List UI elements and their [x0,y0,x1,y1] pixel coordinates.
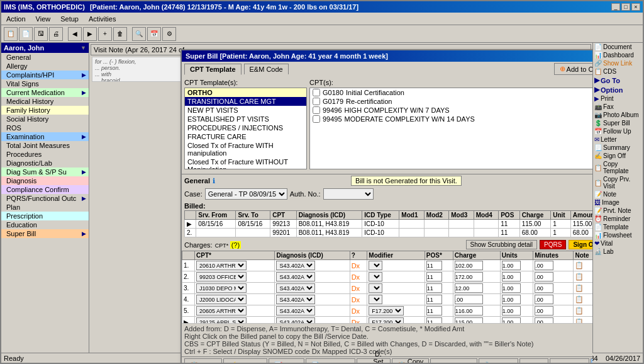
menu-setup[interactable]: Setup [58,15,81,23]
toolbar-btn-2[interactable]: 📄 [19,27,33,41]
charge-row4-cpt[interactable]: J2000 LIDOCAINE, 50cc [196,295,247,304]
charge-row3-minutes[interactable] [535,283,553,293]
rs-super-bill[interactable]: 💲Super Bill [593,119,643,127]
toolbar-btn-6[interactable]: ▶ [83,27,97,41]
charge-row3-diag[interactable]: S43.402A [276,283,315,293]
tab-cpt-template[interactable]: CPT Template [184,64,242,75]
menu-action[interactable]: Action [4,15,28,23]
sidebar-item-pqrs[interactable]: PQRS/Functional Outc▶ [1,194,89,203]
cpt-checkbox-99496[interactable] [313,106,320,114]
cpt-checkbox-g0180[interactable] [313,89,320,96]
charge-row1-cpt[interactable]: 20610 ARTHROCNTS A [196,261,247,270]
table-row[interactable]: 2. 99203 OFFICE OUTPT N S43.402A Dx [182,271,593,283]
toolbar-btn-8[interactable]: 🗑 [113,27,127,41]
tab-em-code[interactable]: E&M Code [244,64,289,74]
rs-document[interactable]: 📄Document [593,43,643,51]
charge-row2-modifier[interactable] [369,272,382,282]
toolbar-btn-4[interactable]: 🖨 [49,27,63,41]
table-row[interactable]: 4. J2000 LIDOCAINE, 50cc S43.402A Dx [182,294,593,305]
sidebar-item-allergy[interactable]: Allergy [1,62,89,71]
rs-goto[interactable]: ▶ Go To [593,76,643,85]
rs-dashboard[interactable]: 📊Dashboard [593,51,643,59]
charge-row1-pos[interactable] [426,261,442,270]
charge-row4-pos[interactable] [426,295,442,304]
macros-button[interactable]: ⚡ Macros [223,358,267,364]
set-visit-dx-button[interactable]: Dx D. Set Visit Dx [357,358,391,364]
charge-row5-charge[interactable] [455,306,483,316]
charge-row1-charge[interactable] [455,261,483,270]
template-procedures[interactable]: PROCEDURES / INJECTIONS [185,123,306,132]
rs-letter[interactable]: ✉Letter [593,135,643,144]
charge-row6-modifier[interactable]: F17.200 [369,317,404,323]
sign-off-button[interactable]: Sign Off Visit Note [569,240,592,249]
charge-row3-note-icon[interactable]: 📋 [575,284,584,292]
charge-row5-minutes[interactable] [535,306,553,316]
minimize-button[interactable]: _ [611,3,620,11]
charge-row3-dx-icon[interactable]: Dx [352,285,360,292]
table-row[interactable]: 5. 20605 ARTHROCNTS A S43.402A Dx F17.20… [182,305,593,317]
charge-row6-pos[interactable] [426,317,442,323]
template-established[interactable]: ESTABLISHED PT VISITS [185,115,306,123]
charge-row4-units[interactable] [502,295,521,304]
sidebar-item-joint-measures[interactable]: Total Joint Measures [1,141,89,150]
sidebar-item-examination[interactable]: Examination▶ [1,132,89,141]
table-row[interactable]: 1. 20610 ARTHROCNTS A S43.402A Dx [182,260,593,271]
sidebar-item-prescription[interactable]: Prescription [1,212,89,220]
charge-row3-pos[interactable] [426,283,442,293]
close-button[interactable]: × [631,3,640,11]
charge-row6-units[interactable] [502,317,521,323]
rs-follow-up[interactable]: 📅Follow Up [593,127,643,135]
toolbar-btn-1[interactable]: 📋 [4,27,18,41]
sidebar-item-diagnostic[interactable]: Diagnostic/Lab [1,159,89,168]
charge-row2-units[interactable] [502,272,521,282]
template-button[interactable]: 📄 Template [306,358,355,364]
rs-copy-template[interactable]: 📋Copy Template [593,160,643,175]
charge-row5-note-icon[interactable]: 📋 [575,307,584,314]
rs-reminder[interactable]: ⏰Reminder [593,215,643,223]
sidebar-item-complaints[interactable]: Complaints/HPI▶ [1,71,89,79]
charge-row1-modifier[interactable] [369,261,382,270]
toolbar-btn-5[interactable]: ◀ [68,27,82,41]
rs-fax[interactable]: 📠Fax [593,103,643,111]
sidebar-item-social[interactable]: Social History [1,115,89,123]
template-closed-with[interactable]: Closed Tx of Fracture WITH manipulation [185,141,306,157]
rs-print[interactable]: ▶Print [593,94,643,103]
add-button[interactable]: + Add [519,358,548,364]
menu-activities[interactable]: Activities [86,15,118,23]
charge-row2-pos[interactable] [426,272,442,282]
sidebar-item-current-med[interactable]: Current Medication▶ [1,88,89,97]
case-dropdown[interactable]: General - TP 08/09/15 [205,188,287,200]
charge-row5-modifier[interactable]: F17.200 [369,306,404,316]
charge-row6-cpt[interactable]: 29125 APPL SHORT AR [196,317,247,323]
charge-row5-diag[interactable]: S43.402A [276,306,315,316]
template-ortho[interactable]: ORTHO [185,88,306,97]
sidebar-item-medical-history[interactable]: Medical History [1,97,89,106]
charge-row1-diag[interactable]: S43.402A [276,261,315,270]
cpt-checkbox-99495[interactable] [313,115,320,123]
template-new-pt[interactable]: NEW PT VISITS [185,106,306,115]
note-button[interactable]: 📝 Note [269,358,304,364]
general-info-icon[interactable]: ℹ [213,177,215,185]
table-row[interactable]: 2. 99201 B08.011, H43.819 ICD-10 [185,229,593,237]
rs-note[interactable]: 📝Note [593,190,643,198]
print-fax-button[interactable]: 🖨 Print/Fax [430,358,477,364]
rs-show-link[interactable]: 🔗Show Link [593,59,643,67]
charge-row5-cpt[interactable]: 20605 ARTHROCNTS A [196,306,247,316]
rs-summary[interactable]: 📃Summary [593,144,643,152]
sidebar-item-general[interactable]: General [1,53,89,62]
charge-row3-cpt[interactable]: J1030 DEPO MEDROL 4 [196,283,247,293]
copy-button[interactable]: 📋 Copy [184,358,222,364]
rs-flowsheet[interactable]: 📊Flowsheet [593,231,643,239]
charge-row3-charge[interactable] [455,283,483,293]
charge-row2-cpt[interactable]: 99203 OFFICE OUTPT N [196,272,247,282]
maximize-button[interactable]: □ [621,3,630,11]
charge-row6-minutes[interactable] [535,317,553,323]
rs-prvt-note[interactable]: 📝Prvt. Note [593,207,643,215]
cpt-template-listbox[interactable]: ORTHO TRANSITIONAL CARE MGT NEW PT VISIT… [184,88,307,169]
sidebar-item-compliance[interactable]: Compliance Confirm [1,185,89,194]
template-closed-without[interactable]: Closed Tx of Fracture WITHOUT Manipulati… [185,157,306,169]
template-fracture[interactable]: FRACTURE CARE [185,132,306,141]
table-row[interactable]: 3. J1030 DEPO MEDROL 4 S43.402A Dx [182,283,593,294]
table-row[interactable]: ▶ 29125 APPL SHORT AR S43.402A Dx F17.20… [182,317,593,324]
sidebar-item-diag-sum[interactable]: Diag Sum & S/P Su▶ [1,168,89,176]
